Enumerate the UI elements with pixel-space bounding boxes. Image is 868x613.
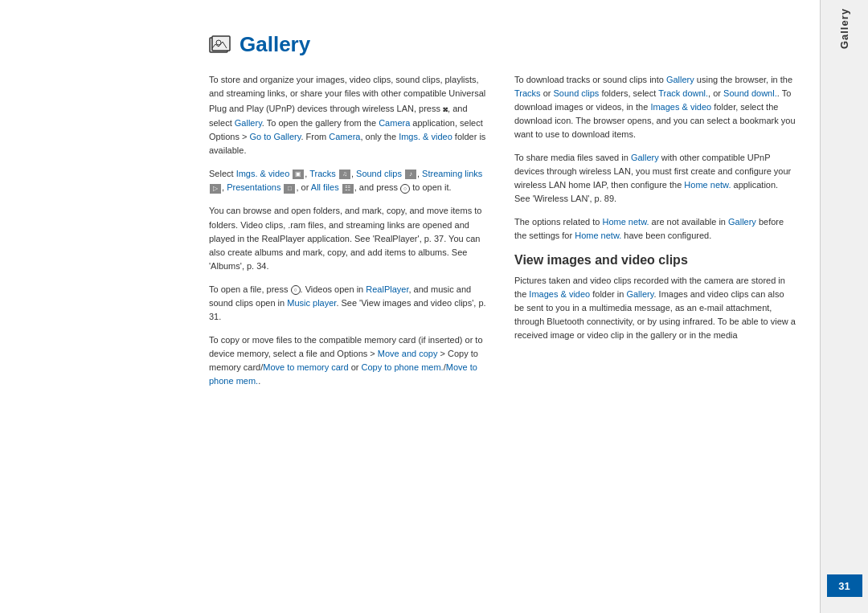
link-images-video-r2[interactable]: Images & video (529, 289, 590, 299)
section-title-view-images: View images and video clips (514, 253, 796, 268)
imgs-video-icon: ▣ (293, 170, 304, 179)
para-r4: Pictures taken and video clips recorded … (514, 274, 796, 342)
link-track-downl[interactable]: Track downl. (658, 88, 708, 98)
right-sidebar: Gallery 31 (820, 0, 868, 613)
link-presentations[interactable]: Presentations (227, 182, 280, 192)
link-tracks[interactable]: Tracks (309, 169, 336, 178)
link-streaming-links[interactable]: Streaming links (422, 169, 482, 178)
link-tracks-r[interactable]: Tracks (514, 88, 541, 98)
presentations-icon: □ (284, 184, 295, 194)
all-files-icon: ☷ (342, 184, 354, 194)
tracks-icon: ♫ (339, 170, 350, 179)
para-r1: To download tracks or sound clips into G… (514, 73, 796, 141)
link-gallery-r1[interactable]: Gallery (666, 75, 694, 84)
link-home-netw-1[interactable]: Home netw. (684, 180, 731, 190)
para-5: To copy or move files to the compatible … (209, 333, 490, 388)
link-imgs-video-2[interactable]: Imgs. & video (236, 169, 290, 178)
link-home-netw-2[interactable]: Home netw. (602, 217, 649, 227)
link-gallery-r3[interactable]: Gallery (728, 217, 756, 227)
page-number-badge: 31 (827, 574, 862, 597)
left-margin (0, 0, 185, 613)
open-file-btn-icon: ○ (291, 285, 301, 295)
link-go-to-gallery[interactable]: Go to Gallery (249, 132, 301, 141)
link-sound-clips-r[interactable]: Sound clips (554, 88, 600, 98)
main-content: Gallery To store and organize your image… (185, 0, 820, 613)
link-all-files[interactable]: All files (311, 182, 339, 192)
para-3: You can browse and open folders, and mar… (209, 204, 490, 272)
link-copy-phone-mem[interactable]: Copy to phone mem. (362, 362, 444, 372)
gallery-icon (209, 35, 231, 55)
para-r3: The options related to Home netw. are no… (514, 215, 796, 243)
link-music-player[interactable]: Music player (287, 298, 336, 308)
link-camera-2[interactable]: Camera (329, 132, 360, 141)
link-gallery-r4[interactable]: Gallery (626, 289, 653, 299)
link-move-to-memory[interactable]: Move to memory card (263, 362, 348, 372)
para-r2: To share media files saved in Gallery wi… (514, 151, 796, 206)
link-camera-1[interactable]: Camera (379, 118, 410, 128)
sidebar-label: Gallery (838, 8, 850, 65)
link-images-video-r[interactable]: Images & video (650, 102, 711, 112)
link-imgs-video-1[interactable]: Imgs. & video (399, 132, 452, 141)
col-left: To store and organize your images, video… (209, 73, 490, 589)
link-home-netw-3[interactable]: Home netw. (575, 231, 621, 240)
open-btn-icon: ○ (400, 184, 410, 194)
para-1: To store and organize your images, video… (209, 73, 490, 157)
sound-clips-icon: ♪ (405, 170, 416, 179)
para-4: To open a file, press ○. Videos open in … (209, 283, 490, 324)
link-sound-downl[interactable]: Sound downl. (723, 88, 777, 98)
link-sound-clips[interactable]: Sound clips (356, 169, 402, 178)
para-2: Select Imgs. & video ▣, Tracks ♫, Sound … (209, 167, 490, 194)
link-gallery-1[interactable]: Gallery (235, 118, 262, 128)
link-realplayer[interactable]: RealPlayer (366, 284, 408, 294)
page-title-row: Gallery (209, 32, 796, 57)
col-right: To download tracks or sound clips into G… (514, 73, 796, 589)
page-title: Gallery (240, 32, 310, 57)
link-move-copy[interactable]: Move and copy (378, 349, 438, 358)
streaming-icon: ▷ (210, 184, 221, 194)
two-columns: To store and organize your images, video… (209, 73, 796, 589)
link-gallery-r2[interactable]: Gallery (631, 153, 659, 162)
